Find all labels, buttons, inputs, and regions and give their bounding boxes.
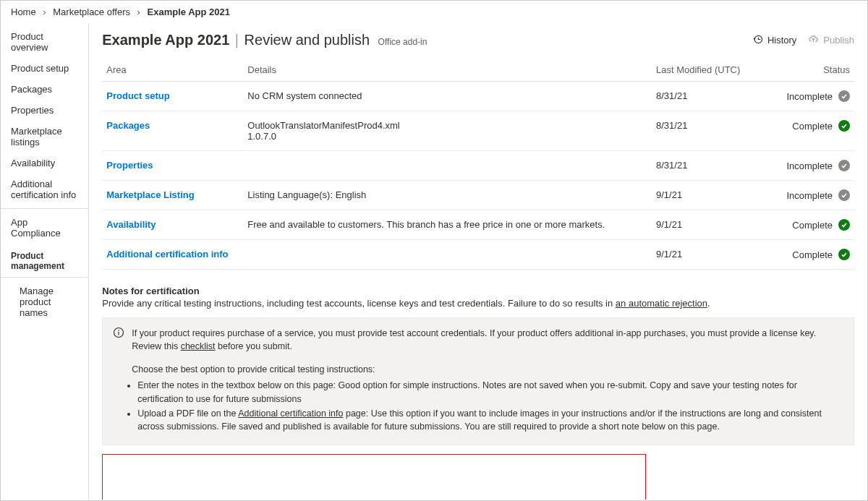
publish-cmd-button: Publish [808, 34, 854, 47]
sidebar-item-availability[interactable]: Availability [1, 153, 88, 174]
details-cell: Listing Language(s): English [243, 181, 652, 210]
sidebar-item-packages[interactable]: Packages [1, 79, 88, 100]
checkmark-icon [838, 219, 850, 231]
checklist-link[interactable]: checklist [181, 341, 216, 351]
bullet-textbox-option: Enter the notes in the textbox below on … [137, 379, 843, 405]
breadcrumb-current: Example App 2021 [148, 7, 230, 17]
area-link[interactable]: Availability [106, 219, 156, 230]
details-cell [243, 151, 652, 181]
notes-info-box: If your product requires purchase of a s… [102, 317, 854, 445]
checkmark-icon [838, 249, 850, 260]
last-modified-cell: 9/1/21 [652, 181, 753, 210]
additional-cert-info-link[interactable]: Additional certification info [238, 408, 343, 419]
status-text: Incomplete [786, 91, 833, 102]
chevron-right-icon: › [43, 7, 46, 17]
breadcrumb-home[interactable]: Home [11, 7, 36, 17]
status-text: Incomplete [786, 160, 833, 171]
col-last-modified: Last Modified (UTC) [652, 59, 753, 82]
last-modified-cell: 9/1/21 [652, 240, 753, 270]
history-icon [752, 34, 763, 47]
bullet-pdf-option: Upload a PDF file on the Additional cert… [137, 407, 843, 433]
area-link[interactable]: Marketplace Listing [106, 189, 194, 200]
sidebar: Product overview Product setup Packages … [1, 23, 89, 500]
details-cell: Free and available to customers. This br… [243, 210, 652, 240]
sidebar-item-app-compliance[interactable]: App Compliance [1, 212, 88, 244]
last-modified-cell: 8/31/21 [652, 82, 753, 111]
details-cell [243, 240, 652, 270]
status-text: Complete [792, 249, 833, 260]
table-row: PackagesOutlookTranslatorManifestProd4.x… [102, 111, 854, 151]
area-link[interactable]: Packages [106, 120, 150, 131]
status-text: Complete [792, 121, 833, 132]
sidebar-item-marketplace-listings[interactable]: Marketplace listings [1, 121, 88, 153]
last-modified-cell: 8/31/21 [652, 111, 753, 151]
sidebar-item-product-setup[interactable]: Product setup [1, 58, 88, 79]
status-text: Complete [792, 220, 833, 231]
details-cell: OutlookTranslatorManifestProd4.xml1.0.7.… [243, 111, 652, 151]
last-modified-cell: 8/31/21 [652, 151, 753, 181]
sidebar-item-additional-certification-info[interactable]: Additional certification info [1, 174, 88, 205]
col-area: Area [102, 59, 243, 82]
history-button[interactable]: History [752, 34, 796, 47]
last-modified-cell: 9/1/21 [652, 210, 753, 240]
breadcrumb: Home › Marketplace offers › Example App … [1, 1, 867, 23]
area-link[interactable]: Additional certification info [106, 249, 228, 260]
incomplete-icon [838, 160, 850, 171]
notes-title: Notes for certification [102, 286, 854, 296]
sidebar-item-properties[interactable]: Properties [1, 100, 88, 121]
checkmark-icon [838, 120, 850, 132]
publish-icon [808, 34, 819, 47]
table-row: Properties8/31/21Incomplete [102, 151, 854, 181]
chevron-right-icon: › [137, 7, 140, 17]
notes-subtitle: Provide any critical testing instruction… [102, 298, 854, 309]
status-table: Area Details Last Modified (UTC) Status … [102, 59, 854, 270]
svg-point-2 [118, 330, 119, 331]
info-icon [113, 327, 124, 353]
sidebar-item-product-overview[interactable]: Product overview [1, 26, 88, 58]
table-row: Product setupNo CRM system connected8/31… [102, 82, 854, 111]
incomplete-icon [838, 189, 850, 201]
area-link[interactable]: Product setup [106, 90, 169, 101]
details-cell: No CRM system connected [243, 82, 652, 111]
status-text: Incomplete [786, 190, 833, 201]
page-title: Example App 2021 | Review and publish Of… [102, 32, 427, 48]
table-row: Marketplace ListingListing Language(s): … [102, 181, 854, 210]
area-link[interactable]: Properties [106, 160, 153, 171]
notes-textarea[interactable] [102, 454, 646, 500]
col-status: Status [753, 59, 854, 82]
breadcrumb-marketplace-offers[interactable]: Marketplace offers [53, 7, 130, 17]
sidebar-section-product-management: Product management [1, 244, 88, 274]
incomplete-icon [838, 90, 850, 102]
table-row: AvailabilityFree and available to custom… [102, 210, 854, 240]
table-row: Additional certification info9/1/21Compl… [102, 240, 854, 270]
sidebar-item-manage-product-names[interactable]: Manage product names [1, 281, 88, 323]
auto-rejection-link[interactable]: an automatic rejection [616, 298, 707, 309]
col-details: Details [243, 59, 652, 82]
